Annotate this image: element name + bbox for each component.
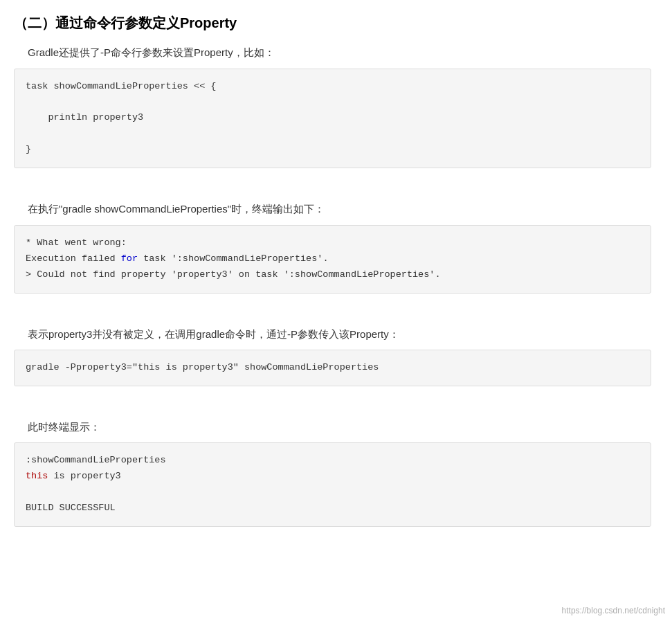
output-line-1: :showCommandLieProperties <box>26 455 166 465</box>
code-block-3: gradle -Pproperty3="this is property3" s… <box>14 350 651 386</box>
watermark: https://blog.csdn.net/cdnight <box>562 606 665 615</box>
code-block-4: :showCommandLieProperties this is proper… <box>14 442 651 527</box>
error-line-2-post: task ':showCommandLieProperties'. <box>138 253 328 264</box>
output-line-2-post: is property3 <box>48 471 120 481</box>
intro-text: Gradle还提供了-P命令行参数来设置Property，比如： <box>28 44 651 62</box>
output-line-4: BUILD SUCCESSFUL <box>26 503 116 513</box>
code-block-1: task showCommandLieProperties << { print… <box>14 69 651 169</box>
page-title: （二）通过命令行参数定义Property <box>14 14 651 33</box>
exec-text: 在执行"gradle showCommandLieProperties"时，终端… <box>28 200 651 218</box>
result-text: 此时终端显示： <box>28 418 651 436</box>
code-block-2: * What went wrong: Execution failed for … <box>14 225 651 294</box>
keyword-this: this <box>26 471 48 481</box>
error-line-1: * What went wrong: <box>26 237 127 248</box>
error-line-3: > Could not find property 'property3' on… <box>26 269 441 280</box>
keyword-for: for <box>121 253 138 264</box>
desc-text: 表示property3并没有被定义，在调用gradle命令时，通过-P参数传入该… <box>28 325 651 343</box>
error-line-2-pre: Execution failed <box>26 253 121 264</box>
